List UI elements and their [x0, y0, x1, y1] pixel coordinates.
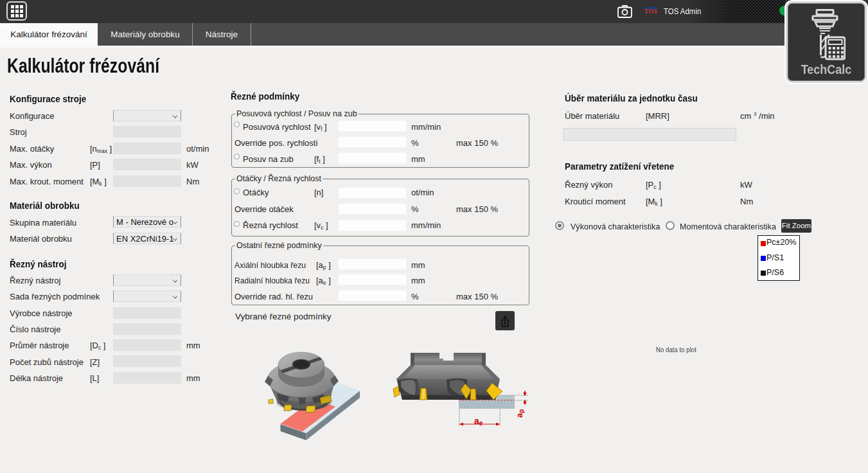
svg-text:ap: ap — [515, 409, 525, 418]
svg-text:ae: ae — [474, 416, 483, 427]
